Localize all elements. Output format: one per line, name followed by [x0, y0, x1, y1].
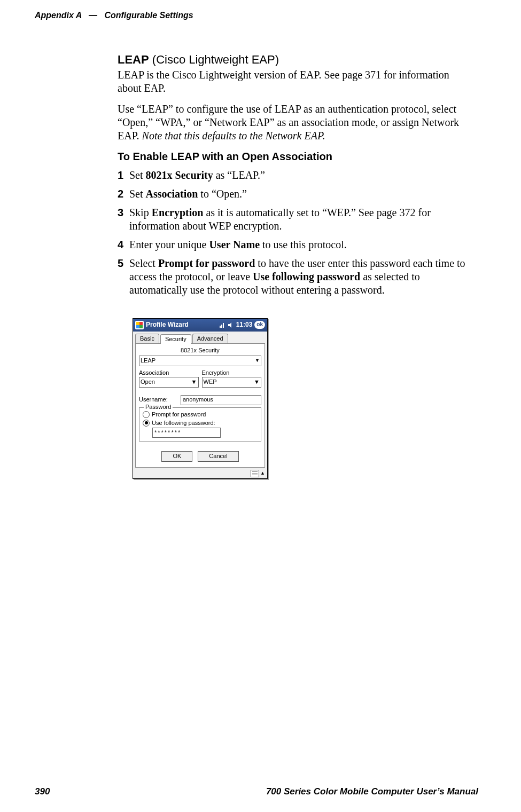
header-title: Configurable Settings	[104, 11, 193, 20]
step-number: 4	[118, 238, 129, 251]
sip-arrow-icon[interactable]: ▲	[260, 470, 265, 476]
security-combo-value: LEAP	[141, 357, 155, 365]
speaker-icon[interactable]	[228, 322, 234, 328]
radio-use-label: Use following password:	[152, 420, 215, 427]
association-combo[interactable]: Open ▼	[139, 377, 199, 388]
manual-title: 700 Series Color Mobile Computer User’s …	[266, 786, 478, 797]
security-combo[interactable]: LEAP ▼	[139, 356, 261, 366]
start-icon[interactable]	[135, 321, 144, 329]
clock-label: 11:03	[236, 321, 253, 329]
association-label: Association	[139, 369, 199, 377]
username-field[interactable]: anonymous	[181, 395, 261, 405]
page-footer: 390 700 Series Color Mobile Computer Use…	[35, 786, 478, 797]
encryption-label: Encryption	[202, 369, 262, 377]
association-value: Open	[141, 379, 155, 386]
step-3: 3 Skip Encryption as it is automatically…	[118, 206, 473, 233]
password-value: ********	[154, 429, 181, 437]
step-4: 4 Enter your unique User Name to use thi…	[118, 238, 473, 251]
security-panel: 8021x Security LEAP ▼ Association Open ▼	[135, 343, 265, 468]
appendix-label: Appendix A	[35, 11, 82, 20]
radio-prompt[interactable]	[143, 411, 150, 418]
step-number: 1	[118, 169, 129, 182]
step-text: Set 8021x Security as “LEAP.”	[129, 169, 473, 182]
encryption-combo[interactable]: WEP ▼	[202, 377, 262, 388]
page: Appendix A — Configurable Settings LEAP …	[0, 0, 521, 812]
ok-close-button[interactable]: ok	[254, 321, 265, 329]
profile-wizard-screenshot: Profile Wizard 11:03 ok Basic Security	[133, 318, 268, 479]
step-2: 2 Set Association to “Open.”	[118, 187, 473, 201]
window-titlebar: Profile Wizard 11:03 ok	[133, 319, 267, 332]
radio-use-row[interactable]: Use following password:	[143, 420, 258, 427]
subheading: To Enable LEAP with an Open Association	[118, 150, 473, 163]
chevron-down-icon: ▼	[254, 379, 260, 386]
step-1: 1 Set 8021x Security as “LEAP.”	[118, 169, 473, 182]
chevron-down-icon: ▼	[191, 379, 197, 386]
step-text: Set Association to “Open.”	[129, 187, 473, 201]
step-5: 5 Select Prompt for password to have the…	[118, 257, 473, 297]
step-text: Select Prompt for password to have the u…	[129, 257, 473, 297]
username-label: Username:	[139, 396, 176, 404]
content-area: LEAP (Cisco Lightweight EAP) LEAP is the…	[118, 52, 473, 479]
password-field[interactable]: ********	[152, 428, 221, 438]
steps-list: 1 Set 8021x Security as “LEAP.” 2 Set As…	[118, 169, 473, 297]
running-header: Appendix A — Configurable Settings	[35, 11, 478, 20]
svg-rect-0	[220, 326, 221, 328]
tabs: Basic Security Advanced	[134, 333, 266, 344]
step-number: 5	[118, 257, 129, 297]
tab-advanced[interactable]: Advanced	[192, 334, 228, 344]
paragraph-2: Use “LEAP” to configure the use of LEAP …	[118, 103, 473, 143]
svg-marker-3	[228, 322, 231, 328]
chevron-down-icon: ▼	[255, 358, 260, 364]
tab-security[interactable]: Security	[160, 334, 191, 344]
connectivity-icon[interactable]	[219, 322, 225, 328]
keyboard-icon[interactable]	[251, 470, 259, 477]
heading-bold: LEAP	[118, 53, 149, 66]
security-group-label: 8021x Security	[139, 347, 261, 354]
page-number: 390	[35, 786, 50, 797]
p2-italic: Note that this defaults to the Network E…	[142, 130, 325, 141]
heading-rest: (Cisco Lightweight EAP)	[149, 53, 279, 66]
window-body: Basic Security Advanced 8021x Security L…	[133, 332, 267, 469]
svg-rect-1	[221, 325, 222, 328]
tab-basic[interactable]: Basic	[135, 334, 159, 344]
encryption-value: WEP	[204, 379, 217, 386]
ok-button[interactable]: OK	[161, 451, 192, 462]
step-number: 2	[118, 187, 129, 201]
password-groupbox: Password Prompt for password Use followi…	[139, 407, 261, 442]
radio-prompt-label: Prompt for password	[152, 411, 206, 419]
cancel-button[interactable]: Cancel	[198, 451, 238, 462]
step-text: Skip Encryption as it is automatically s…	[129, 206, 473, 233]
step-text: Enter your unique User Name to use this …	[129, 238, 473, 251]
sip-bar: ▲	[133, 469, 267, 478]
radio-prompt-row[interactable]: Prompt for password	[143, 411, 258, 419]
password-legend: Password	[144, 404, 173, 411]
svg-rect-2	[223, 323, 224, 328]
header-separator: —	[89, 11, 97, 20]
username-value: anonymous	[183, 396, 213, 404]
section-heading: LEAP (Cisco Lightweight EAP)	[118, 52, 473, 67]
paragraph-1: LEAP is the Cisco Lightweight version of…	[118, 68, 473, 95]
step-number: 3	[118, 206, 129, 233]
radio-use-following[interactable]	[143, 420, 150, 427]
window-title: Profile Wizard	[146, 321, 189, 329]
